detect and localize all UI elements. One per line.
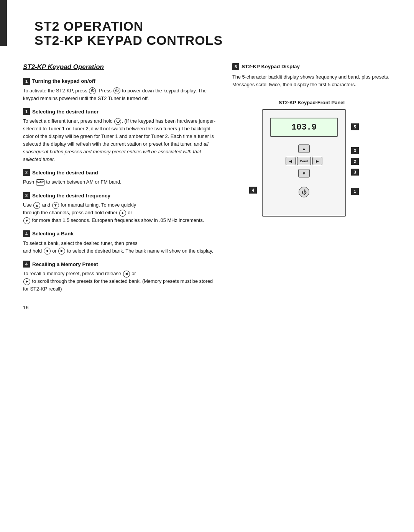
next-icon-preset: ▶ bbox=[23, 278, 30, 285]
body-display: The 5-character backlit display shows fr… bbox=[232, 73, 391, 89]
section-recalling-preset: 4 Recalling a Memory Preset To recall a … bbox=[23, 261, 217, 292]
badge-freq: 3 bbox=[23, 192, 30, 199]
prev-icon-bank: ◀ bbox=[44, 248, 51, 255]
tuner-italic-text: all subsequent button presses and memory… bbox=[23, 141, 209, 162]
section-heading-1a: 1 Turning the keypad on/off bbox=[23, 78, 217, 85]
section-selecting-bank: 4 Selecting a Bank To select a bank, sel… bbox=[23, 230, 217, 255]
power-button: ⏻ bbox=[299, 187, 309, 197]
panel-display: 103.9 bbox=[270, 118, 338, 137]
right-column: 5 ST2-KP Keypad Display The 5-character … bbox=[232, 63, 391, 299]
heading-bank: Selecting a Bank bbox=[32, 231, 74, 236]
body-turning-on-off: To activate the ST2-KP, press ⏻. Press ⏻… bbox=[23, 87, 217, 102]
section-selecting-band: 2 Selecting the desired band Push BAND t… bbox=[23, 169, 217, 186]
body-bank: To select a bank, select the desired tun… bbox=[23, 240, 217, 255]
badge-bank: 4 bbox=[23, 230, 30, 237]
page-title-line2: ST2-KP KEYPAD CONTROLS bbox=[34, 33, 391, 48]
arrow-down-icon-2: ▼ bbox=[23, 217, 30, 224]
front-panel-diagram: 103.9 ▲ ◀ Band ▶ ▼ ⏻ bbox=[250, 109, 373, 217]
section-heading-freq: 3 Selecting the desired frequency bbox=[23, 192, 217, 199]
panel-label-3a: 3 bbox=[351, 147, 359, 154]
panel-label-2: 2 bbox=[351, 158, 359, 165]
arrow-down-icon: ▼ bbox=[52, 202, 59, 209]
panel-label-4: 4 bbox=[249, 187, 257, 194]
next-icon-bank: ▶ bbox=[58, 248, 65, 255]
left-column: ST2-KP Keypad Operation 1 Turning the ke… bbox=[23, 63, 217, 299]
body-preset: To recall a memory preset, press and rel… bbox=[23, 270, 217, 292]
heading-tuner: Selecting the desired tuner bbox=[32, 109, 99, 115]
heading-freq: Selecting the desired frequency bbox=[32, 193, 110, 199]
section-turning-on-off: 1 Turning the keypad on/off To activate … bbox=[23, 78, 217, 102]
arrow-up-icon: ▲ bbox=[33, 202, 40, 209]
panel-label-5: 5 bbox=[351, 123, 359, 130]
power-icon-1: ⏻ bbox=[89, 87, 96, 94]
section-heading-band: 2 Selecting the desired band bbox=[23, 169, 217, 176]
power-icon-hold: ⏻ bbox=[114, 118, 121, 125]
band-icon: BAND bbox=[36, 179, 44, 186]
keypad-display-section: 5 ST2-KP Keypad Display The 5-character … bbox=[232, 63, 391, 89]
section-title-main: ST2-KP Keypad Operation bbox=[23, 63, 217, 71]
badge-1a: 1 bbox=[23, 78, 30, 85]
header-accent bbox=[0, 0, 7, 46]
prev-button: ◀ bbox=[286, 157, 296, 165]
header-block: ST2 OPERATION ST2-KP KEYPAD CONTROLS bbox=[34, 15, 391, 48]
section-selecting-tuner: 1 Selecting the desired tuner To select … bbox=[23, 108, 217, 163]
body-band: Push BAND to switch between AM or FM ban… bbox=[23, 178, 217, 186]
prev-icon-preset: ◀ bbox=[123, 271, 130, 277]
badge-preset: 4 bbox=[23, 261, 30, 268]
panel-label-3b: 3 bbox=[351, 169, 359, 176]
band-button: Band bbox=[297, 157, 311, 165]
middle-button-row: ◀ Band ▶ bbox=[286, 157, 322, 165]
panel-outer: 103.9 ▲ ◀ Band ▶ ▼ ⏻ bbox=[262, 109, 346, 217]
section-heading-preset: 4 Recalling a Memory Preset bbox=[23, 261, 217, 268]
heading-preset: Recalling a Memory Preset bbox=[32, 261, 98, 267]
down-button: ▼ bbox=[298, 169, 310, 177]
arrow-up-icon-2: ▲ bbox=[119, 210, 126, 217]
badge-band: 2 bbox=[23, 169, 30, 176]
power-icon-2: ⏻ bbox=[113, 87, 120, 94]
front-panel-section: ST2-KP Keypad-Front Panel 103.9 ▲ ◀ Band… bbox=[232, 100, 391, 217]
section-heading-tuner: 1 Selecting the desired tuner bbox=[23, 108, 217, 115]
section-heading-bank: 4 Selecting a Bank bbox=[23, 230, 217, 237]
heading-band: Selecting the desired band bbox=[32, 170, 98, 176]
body-tuner: To select a different tuner, press and h… bbox=[23, 117, 217, 163]
body-freq: Use ▲ and ▼ for manual tuning. To move q… bbox=[23, 201, 217, 224]
section-selecting-freq: 3 Selecting the desired frequency Use ▲ … bbox=[23, 192, 217, 224]
keypad-display-heading: 5 ST2-KP Keypad Display bbox=[232, 63, 391, 70]
heading-display: ST2-KP Keypad Display bbox=[242, 64, 300, 69]
front-panel-title: ST2-KP Keypad-Front Panel bbox=[232, 100, 391, 105]
badge-display: 5 bbox=[232, 63, 239, 70]
heading-turning-on-off: Turning the keypad on/off bbox=[32, 78, 95, 84]
next-button: ▶ bbox=[312, 157, 322, 165]
up-button: ▲ bbox=[298, 144, 310, 153]
badge-tuner: 1 bbox=[23, 108, 30, 115]
page-title-line1: ST2 OPERATION bbox=[34, 19, 391, 33]
page-number: 16 bbox=[23, 305, 28, 310]
panel-label-1: 1 bbox=[351, 188, 359, 195]
